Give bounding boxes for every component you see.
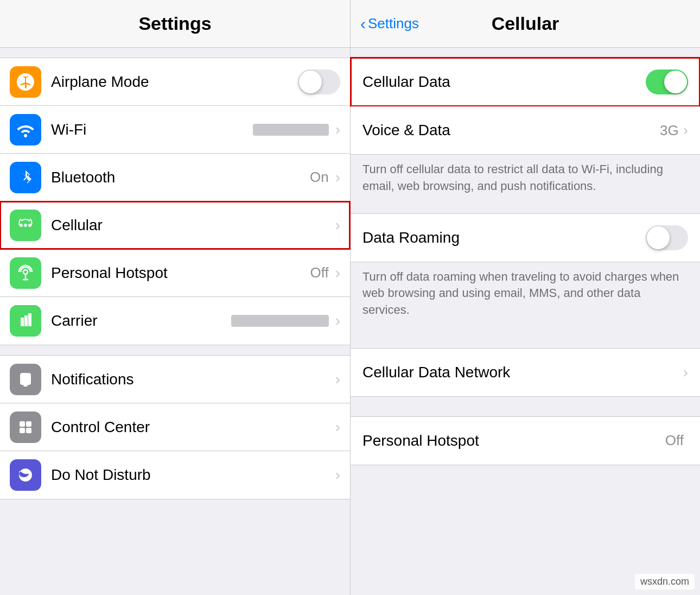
cellular-data-toggle[interactable] xyxy=(646,69,688,94)
cellular-data-knob xyxy=(664,71,687,93)
wifi-icon xyxy=(10,114,41,145)
back-button[interactable]: ‹ Settings xyxy=(360,15,419,33)
settings-group-1: Airplane Mode Wi-Fi › Bluetooth On › xyxy=(0,58,350,345)
airplane-mode-label: Airplane Mode xyxy=(51,73,298,91)
svg-point-2 xyxy=(28,224,31,227)
settings-row-personal-hotspot[interactable]: Personal Hotspot Off › xyxy=(0,249,350,297)
control-center-label: Control Center xyxy=(51,419,333,436)
left-panel: Settings Airplane Mode Wi-Fi › xyxy=(0,0,350,595)
cellular-chevron: › xyxy=(335,217,340,234)
wifi-chevron: › xyxy=(335,121,340,138)
svg-rect-6 xyxy=(24,315,28,326)
personal-hotspot-right-label: Personal Hotspot xyxy=(362,432,665,450)
settings-row-control-center[interactable]: Control Center › xyxy=(0,403,350,451)
airplane-mode-icon xyxy=(10,66,41,98)
bluetooth-label: Bluetooth xyxy=(51,169,310,186)
cellular-data-row-inner: Cellular Data xyxy=(351,58,700,106)
settings-row-carrier[interactable]: Carrier › xyxy=(0,297,350,345)
settings-row-notifications[interactable]: Notifications › xyxy=(0,356,350,403)
cellular-data-network-group: Cellular Data Network › xyxy=(351,348,700,397)
do-not-disturb-label: Do Not Disturb xyxy=(51,466,333,484)
airplane-mode-knob xyxy=(299,71,322,93)
svg-rect-10 xyxy=(20,421,25,427)
bluetooth-value: On xyxy=(310,169,329,186)
control-center-icon xyxy=(10,412,41,443)
svg-rect-13 xyxy=(26,428,31,433)
bluetooth-icon xyxy=(10,162,41,193)
settings-group-2: Notifications › Control Center › Do Not … xyxy=(0,355,350,499)
back-chevron-icon: ‹ xyxy=(360,15,366,33)
voice-data-row[interactable]: Voice & Data 3G › xyxy=(351,106,700,154)
wifi-label: Wi-Fi xyxy=(51,121,253,138)
svg-rect-11 xyxy=(26,421,31,427)
data-roaming-description: Turn off data roaming when traveling to … xyxy=(351,262,700,327)
voice-data-group: Voice & Data 3G › xyxy=(351,106,700,155)
cellular-label: Cellular xyxy=(51,217,333,234)
carrier-label: Carrier xyxy=(51,312,231,330)
cellular-data-description: Turn off cellular data to restrict all d… xyxy=(351,155,700,204)
notifications-label: Notifications xyxy=(51,371,333,388)
cellular-data-network-label: Cellular Data Network xyxy=(362,364,683,381)
svg-point-1 xyxy=(24,224,27,227)
do-not-disturb-chevron: › xyxy=(335,466,340,484)
notifications-icon xyxy=(10,364,41,395)
svg-rect-5 xyxy=(21,318,24,326)
bluetooth-chevron: › xyxy=(335,169,340,186)
left-title: Settings xyxy=(138,13,211,34)
left-header: Settings xyxy=(0,0,350,48)
carrier-chevron: › xyxy=(335,312,340,330)
personal-hotspot-chevron: › xyxy=(335,264,340,282)
notifications-chevron: › xyxy=(335,371,340,388)
personal-hotspot-right-group: Personal Hotspot Off xyxy=(351,416,700,465)
watermark: wsxdn.com xyxy=(635,574,695,590)
data-roaming-group: Data Roaming xyxy=(351,213,700,262)
settings-row-bluetooth[interactable]: Bluetooth On › xyxy=(0,154,350,201)
data-roaming-knob xyxy=(647,226,670,249)
personal-hotspot-right-value: Off xyxy=(665,432,684,449)
data-roaming-row[interactable]: Data Roaming xyxy=(351,214,700,262)
right-panel: ‹ Settings Cellular Cellular Data Voice … xyxy=(350,0,700,595)
right-header: ‹ Settings Cellular xyxy=(351,0,700,48)
settings-row-cellular[interactable]: Cellular › xyxy=(0,201,350,249)
do-not-disturb-icon xyxy=(10,459,41,491)
carrier-icon xyxy=(10,305,41,337)
settings-row-wifi[interactable]: Wi-Fi › xyxy=(0,106,350,154)
right-title: Cellular xyxy=(492,13,559,34)
personal-hotspot-right-row[interactable]: Personal Hotspot Off xyxy=(351,417,700,465)
svg-rect-8 xyxy=(20,373,31,385)
settings-row-airplane-mode[interactable]: Airplane Mode xyxy=(0,58,350,106)
cellular-data-label: Cellular Data xyxy=(362,73,646,91)
svg-rect-7 xyxy=(28,313,31,326)
wifi-value-blurred xyxy=(253,124,329,136)
personal-hotspot-value: Off xyxy=(310,264,328,281)
voice-data-label: Voice & Data xyxy=(362,122,660,139)
settings-row-do-not-disturb[interactable]: Do Not Disturb › xyxy=(0,451,350,499)
carrier-value-blurred xyxy=(231,315,329,327)
data-roaming-toggle[interactable] xyxy=(646,225,688,250)
control-center-chevron: › xyxy=(335,419,340,436)
voice-data-chevron: › xyxy=(683,122,688,139)
voice-data-value: 3G xyxy=(660,122,679,139)
cellular-data-network-row[interactable]: Cellular Data Network › xyxy=(351,349,700,396)
cellular-icon xyxy=(10,210,41,241)
cellular-data-network-chevron: › xyxy=(683,364,688,381)
cellular-data-row[interactable]: Cellular Data xyxy=(351,58,700,106)
airplane-mode-toggle[interactable] xyxy=(298,69,340,94)
svg-rect-12 xyxy=(20,428,25,433)
back-label: Settings xyxy=(368,15,419,32)
personal-hotspot-icon xyxy=(10,257,41,289)
data-roaming-label: Data Roaming xyxy=(362,229,646,246)
personal-hotspot-label: Personal Hotspot xyxy=(51,264,310,282)
svg-point-0 xyxy=(20,224,23,227)
svg-rect-9 xyxy=(23,385,28,387)
